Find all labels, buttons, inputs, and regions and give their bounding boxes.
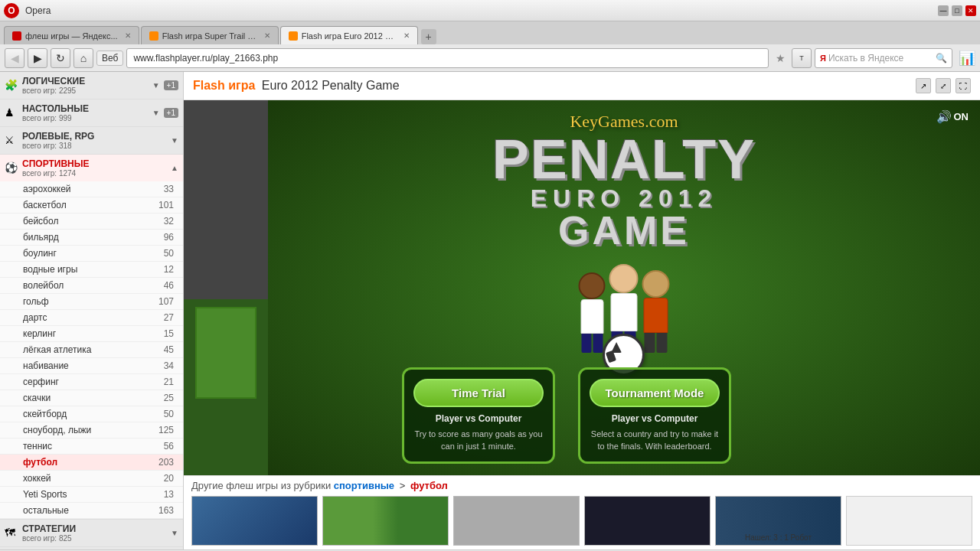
tournament-panel[interactable]: Tournament Mode Player vs Computer Selec… [578,367,731,464]
thumb-5-score: Нашел: 3 : 1 Робот [716,497,841,545]
subcat-skateboard[interactable]: скейтборд 50 [0,406,183,422]
rpg-icon: ⚔ [5,134,18,148]
add-tab-button[interactable]: + [421,29,436,44]
char2-body [610,293,637,331]
logic-name: ЛОГИЧЕСКИЕ [22,76,149,86]
subcat-basketball-name: баскетбол [23,200,158,210]
thumbnail-1[interactable] [191,496,318,546]
subcat-water-name: водные игры [23,264,164,275]
left-game-box [195,307,256,399]
resize-icon[interactable]: ⤢ [936,78,951,93]
subcat-hockey[interactable]: хоккей 20 [0,471,183,487]
subcat-darts[interactable]: дартс 27 [0,310,183,326]
game-frame[interactable]: KeyGames.com 🔊 ON PENALTY EURO 2012 GAME [268,100,980,475]
protocol-badge[interactable]: Веб [96,51,123,66]
sound-button[interactable]: 🔊 ON [936,109,969,124]
tab-1[interactable]: флеш игры — Яндекс... ✕ [4,26,139,44]
close-button[interactable]: ✕ [965,5,976,16]
turbo-button[interactable]: T [792,48,812,68]
rpg-info: РОЛЕВЫЕ, RPG всего игр: 318 [22,131,167,150]
tab-close-1[interactable]: ✕ [125,31,131,40]
sidebar-cat-rpg-header[interactable]: ⚔ РОЛЕВЫЕ, RPG всего игр: 318 ▼ [0,127,183,154]
strategy-toggle: ▼ [171,529,178,537]
thumbnail-5[interactable]: Нашел: 3 : 1 Робот [715,496,841,546]
board-toggle: ▼ [152,109,160,117]
subcat-golf-count: 107 [158,296,174,307]
thumbnail-6[interactable] [846,496,972,546]
board-name: НАСТОЛЬНЫЕ [22,103,149,114]
search-bar[interactable]: Я Искать в Яндексе 🔍 [815,48,952,68]
tab-favicon-1 [12,31,21,41]
bookmark-button[interactable]: ★ [772,50,789,67]
sidebar-cat-logic-header[interactable]: 🧩 ЛОГИЧЕСКИЕ всего игр: 2295 ▼ +1 [0,72,183,99]
sidebar-cat-strategy-header[interactable]: 🗺 СТРАТЕГИИ всего игр: 825 ▼ [0,520,183,546]
subcat-golf[interactable]: гольф 107 [0,294,183,310]
sidebar-cat-sports-header[interactable]: ⚽ СПОРТИВНЫЕ всего игр: 1274 ▲ [0,155,183,181]
subcat-darts-name: дартс [23,312,164,323]
subcat-bowling[interactable]: боулинг 50 [0,246,183,262]
navigation-bar: ◀ ▶ ↻ ⌂ Веб www.flashplayer.ru/play_2166… [0,44,980,72]
stats-icon[interactable]: 📊 [959,50,975,67]
restore-button[interactable]: □ [952,5,962,16]
subcat-horse[interactable]: скачки 25 [0,390,183,406]
subcat-billiard[interactable]: бильярд 96 [0,230,183,246]
subcat-bowling-name: боулинг [23,248,164,259]
strategy-icon: 🗺 [5,527,18,540]
time-trial-panel[interactable]: Time Trial Player vs Computer Try to sco… [402,367,555,464]
fullscreen-icon[interactable]: ⛶ [956,78,971,93]
subcat-horse-name: скачки [23,393,164,403]
sidebar-cat-shooter-header[interactable]: 🎯 СТРЕЛЯЛКИ всего игр: 3083 ▼ +2 [0,547,183,549]
tab-favicon-2 [149,31,158,41]
share-icon[interactable]: ↗ [916,78,931,93]
thumbnail-2[interactable] [322,496,449,546]
char3-leg-r [657,333,668,353]
subcat-other[interactable]: остальные 163 [0,503,183,519]
other-games-link[interactable]: спортивные [334,480,394,491]
subcat-football-name: футбол [23,457,158,468]
subcat-baseball[interactable]: бейсбол 32 [0,214,183,230]
tab-label-1: флеш игры — Яндекс... [25,31,118,41]
forward-button[interactable]: ▶ [28,48,47,68]
subcat-yeti[interactable]: Yeti Sports 13 [0,487,183,503]
other-games-row: Другие флеш игры из рубрики спортивные >… [191,480,972,491]
subcat-athletics[interactable]: лёгкая атлетика 45 [0,342,183,358]
left-green-panel [184,299,268,475]
subcat-water[interactable]: водные игры 12 [0,262,183,278]
other-games-sub[interactable]: футбол [410,480,448,491]
tab-3[interactable]: Flash игра Euro 2012 P... ✕ [280,26,418,44]
subcat-billiard-name: бильярд [23,232,164,243]
address-bar[interactable]: www.flashplayer.ru/play_21663.php [126,48,769,68]
subcat-surfing[interactable]: серфинг 21 [0,374,183,390]
sidebar-category-rpg: ⚔ РОЛЕВЫЕ, RPG всего игр: 318 ▼ [0,127,183,155]
thumbnail-4[interactable] [584,496,710,546]
minimize-button[interactable]: — [938,5,949,16]
subcat-volleyball[interactable]: волейбол 46 [0,278,183,294]
subcat-nabivanie[interactable]: набивание 34 [0,358,183,374]
subcat-basketball[interactable]: баскетбол 101 [0,197,183,214]
search-icon[interactable]: 🔍 [936,53,947,64]
refresh-button[interactable]: ↻ [51,48,70,68]
logic-toggle: ▼ [152,81,160,90]
time-trial-button[interactable]: Time Trial [413,379,544,407]
sidebar-cat-board-header[interactable]: ♟ НАСТОЛЬНЫЕ всего игр: 999 ▼ +1 [0,99,183,126]
char1-body [580,299,603,334]
sidebar-category-logic: 🧩 ЛОГИЧЕСКИЕ всего игр: 2295 ▼ +1 [0,72,183,99]
main-content: 🧩 ЛОГИЧЕСКИЕ всего игр: 2295 ▼ +1 ♟ НАСТ… [0,72,980,549]
subcat-snowboard[interactable]: сноуборд, лыжи 125 [0,422,183,439]
subcat-yeti-name: Yeti Sports [23,489,164,500]
thumbnail-3[interactable] [453,496,580,546]
left-top-panel [184,100,268,299]
home-button[interactable]: ⌂ [74,48,93,68]
subcat-tennis[interactable]: теннис 56 [0,439,183,455]
subcat-football[interactable]: футбол 203 [0,455,183,471]
tab-2[interactable]: Flash игра Super Trail -... ✕ [141,26,279,44]
back-button[interactable]: ◀ [5,48,24,68]
right-content: Flash игра Euro 2012 Penalty Game ↗ ⤢ ⛶ [184,72,980,549]
subcat-curling[interactable]: керлинг 15 [0,326,183,342]
subcat-surfing-count: 21 [164,377,174,387]
tournament-button[interactable]: Tournament Mode [590,379,720,407]
tab-close-3[interactable]: ✕ [403,31,410,40]
subcat-aerohockey[interactable]: аэрохоккей 33 [0,181,183,197]
tab-close-2[interactable]: ✕ [264,31,270,40]
rpg-name: РОЛЕВЫЕ, RPG [22,131,167,142]
